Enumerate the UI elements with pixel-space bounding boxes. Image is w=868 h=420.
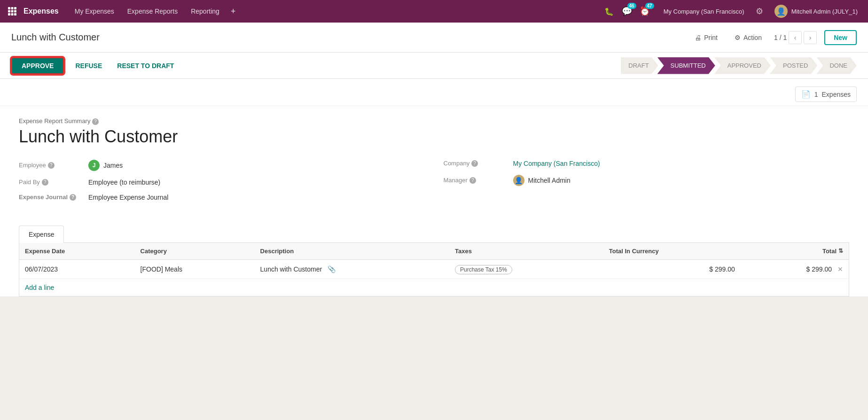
- main-content: 📄 1 Expenses Expense Report Summary ? Lu…: [0, 79, 868, 296]
- company-label: Company ?: [444, 160, 509, 167]
- cell-total: $ 299.00 ✕: [741, 259, 849, 279]
- expense-journal-field: Expense Journal ? Employee Expense Journ…: [19, 194, 425, 201]
- section-help-icon[interactable]: ?: [92, 118, 99, 125]
- print-label: Print: [704, 34, 718, 41]
- nav-expense-reports[interactable]: Expense Reports: [121, 0, 184, 23]
- svg-rect-0: [8, 7, 10, 9]
- activity-badge: 47: [645, 3, 654, 9]
- col-expense-date: Expense Date: [19, 243, 135, 260]
- cell-description: Lunch with Customer 📎: [255, 259, 449, 279]
- expenses-button-area: 📄 1 Expenses: [0, 79, 868, 106]
- table-row: 06/07/2023 [FOOD] Meals Lunch with Custo…: [19, 259, 849, 279]
- company-field: Company ? My Company (San Francisco): [444, 160, 850, 167]
- gear-icon: ⚙: [735, 34, 741, 41]
- next-page-button[interactable]: ›: [804, 31, 817, 44]
- employee-label: Employee ?: [19, 162, 85, 169]
- top-navigation: Expenses My Expenses Expense Reports Rep…: [0, 0, 868, 23]
- svg-rect-2: [14, 7, 16, 9]
- section-label: Expense Report Summary ?: [19, 117, 849, 125]
- tab-expense[interactable]: Expense: [19, 226, 64, 243]
- company-name: My Company (San Francisco): [664, 8, 744, 15]
- app-name: Expenses: [23, 7, 59, 16]
- pipeline-posted[interactable]: POSTED: [770, 57, 817, 74]
- add-menu-button[interactable]: +: [226, 0, 241, 23]
- header-bar: Lunch with Customer 🖨 Print ⚙ Action 1 /…: [0, 23, 868, 53]
- cell-category: [FOOD] Meals: [135, 259, 255, 279]
- col-category: Category: [135, 243, 255, 260]
- manager-label: Manager ?: [444, 177, 509, 184]
- user-name: Mitchell Admin (JULY_1): [791, 8, 858, 15]
- expense-table: Expense Date Category Description Taxes …: [19, 243, 849, 279]
- pipeline-submitted[interactable]: SUBMITTED: [657, 57, 715, 74]
- grid-icon[interactable]: [6, 5, 19, 18]
- pipeline-done[interactable]: DONE: [816, 57, 857, 74]
- expenses-count-button[interactable]: 📄 1 Expenses: [795, 86, 857, 102]
- svg-rect-6: [8, 13, 10, 16]
- attachment-icon[interactable]: 📎: [328, 265, 336, 273]
- expense-journal-value: Employee Expense Journal: [88, 194, 168, 201]
- expense-journal-help-icon[interactable]: ?: [70, 194, 76, 201]
- header-actions: 🖨 Print ⚙ Action 1 / 1 ‹ › New: [690, 30, 857, 45]
- new-button[interactable]: New: [824, 30, 857, 45]
- table-header-row: Expense Date Category Description Taxes …: [19, 243, 849, 260]
- form-container: 📄 1 Expenses Expense Report Summary ? Lu…: [0, 79, 868, 296]
- settings-icon[interactable]: ⚙: [752, 4, 767, 19]
- print-button[interactable]: 🖨 Print: [690, 31, 722, 44]
- manager-avatar: 👤: [513, 175, 524, 186]
- col-total: Total ⇅: [741, 243, 849, 260]
- employee-field: Employee ? J James: [19, 160, 425, 171]
- chat-badge: 46: [627, 3, 636, 9]
- employee-avatar: J: [88, 160, 100, 171]
- form-fields: Employee ? J James Paid By ? Employee (t…: [19, 160, 849, 201]
- cell-taxes: Purchase Tax 15%: [449, 259, 603, 279]
- activity-icon[interactable]: ⏰ 47: [637, 4, 652, 19]
- user-menu[interactable]: 👤 Mitchell Admin (JULY_1): [770, 5, 862, 18]
- chat-icon[interactable]: 💬 46: [619, 4, 634, 19]
- reset-to-draft-button[interactable]: RESET TO DRAFT: [109, 58, 181, 73]
- debug-icon[interactable]: 🐛: [602, 4, 617, 19]
- action-bar: APPROVE REFUSE RESET TO DRAFT DRAFT SUBM…: [0, 53, 868, 79]
- company-value[interactable]: My Company (San Francisco): [513, 160, 600, 167]
- svg-rect-1: [11, 7, 14, 9]
- action-label: Action: [743, 34, 762, 41]
- col-total-currency: Total In Currency: [603, 243, 741, 260]
- approve-button[interactable]: APPROVE: [11, 57, 64, 74]
- svg-rect-7: [11, 13, 14, 16]
- company-selector[interactable]: My Company (San Francisco): [659, 8, 749, 15]
- manager-name: Mitchell Admin: [528, 177, 571, 184]
- paid-by-help-icon[interactable]: ?: [42, 179, 48, 186]
- svg-rect-4: [11, 10, 14, 13]
- sort-icon[interactable]: ⇅: [838, 248, 843, 254]
- form-title: Lunch with Customer: [19, 127, 849, 147]
- delete-row-icon[interactable]: ✕: [837, 265, 843, 273]
- nav-my-expenses[interactable]: My Expenses: [68, 0, 121, 23]
- page-indicator: 1 / 1: [774, 34, 787, 41]
- pipeline-draft[interactable]: DRAFT: [621, 57, 658, 74]
- employee-help-icon[interactable]: ?: [48, 162, 55, 169]
- expenses-label: Expenses: [822, 91, 851, 98]
- prev-page-button[interactable]: ‹: [789, 31, 802, 44]
- refuse-button[interactable]: REFUSE: [68, 58, 109, 73]
- cell-date: 06/07/2023: [19, 259, 135, 279]
- col-taxes: Taxes: [449, 243, 603, 260]
- cell-total-currency: $ 299.00: [603, 259, 741, 279]
- svg-rect-8: [14, 13, 16, 16]
- nav-reporting[interactable]: Reporting: [184, 0, 226, 23]
- user-avatar: 👤: [774, 5, 788, 18]
- print-icon: 🖨: [695, 34, 701, 41]
- expenses-count: 1: [814, 91, 818, 98]
- employee-name: James: [103, 162, 123, 169]
- company-help-icon[interactable]: ?: [471, 160, 478, 167]
- document-icon: 📄: [801, 90, 811, 99]
- add-line-button[interactable]: Add a line: [19, 279, 60, 296]
- paid-by-value: Employee (to reimburse): [88, 179, 160, 186]
- pipeline-approved[interactable]: APPROVED: [714, 57, 771, 74]
- action-button[interactable]: ⚙ Action: [730, 31, 766, 44]
- expense-table-area: Expense Date Category Description Taxes …: [19, 243, 849, 296]
- manager-help-icon[interactable]: ?: [469, 177, 476, 184]
- svg-rect-5: [14, 10, 16, 13]
- page-title: Lunch with Customer: [11, 32, 100, 43]
- tab-bar: Expense: [19, 226, 849, 243]
- paid-by-label: Paid By ?: [19, 179, 85, 186]
- expense-journal-label: Expense Journal ?: [19, 194, 85, 201]
